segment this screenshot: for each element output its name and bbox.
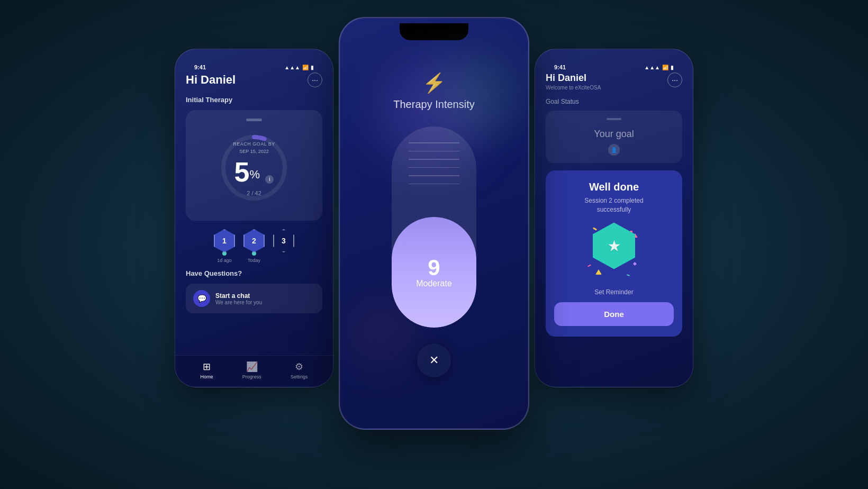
chat-text-container: Start a chat We are here for you	[215, 292, 262, 305]
center-content: ⚡ Therapy Intensity 9 Moderate	[340, 40, 528, 430]
right-status-bar: 9:41 ▲▲▲ 📶 ▮	[546, 60, 682, 73]
slider-line-6	[409, 184, 459, 185]
right-greeting: Hi Daniel	[546, 73, 601, 84]
well-done-card: Well done Session 2 completedsuccessfull…	[546, 170, 682, 337]
chat-sub-text: We are here for you	[215, 300, 262, 305]
battery-icon: ▮	[311, 65, 314, 70]
nav-home[interactable]: ⊞ Home	[201, 361, 213, 379]
confetti-6	[627, 274, 630, 276]
achievement-wrapper: ★ ★	[582, 223, 646, 281]
nav-progress-label: Progress	[242, 374, 261, 379]
confetti-triangle-1	[595, 269, 602, 275]
slider-line-3	[409, 159, 459, 160]
notch-area	[340, 18, 528, 40]
slider-line-2	[409, 151, 459, 152]
left-status-icons: ▲▲▲ 📶 ▮	[284, 65, 314, 70]
wifi-icon: 📶	[302, 65, 309, 70]
center-phone: ⚡ Therapy Intensity 9 Moderate	[339, 17, 529, 430]
left-header: Hi Daniel ···	[186, 73, 322, 87]
session-num-1: 1	[222, 237, 227, 245]
well-done-subtitle: Session 2 completedsuccessfully	[554, 196, 674, 214]
close-button[interactable]: ✕	[417, 343, 451, 377]
session-hex-1[interactable]: 1	[214, 229, 235, 252]
settings-icon: ⚙	[295, 361, 303, 373]
set-reminder-text: Set Reminder	[554, 288, 674, 296]
close-icon: ✕	[429, 354, 439, 367]
goal-avatar-icon: 👤	[611, 147, 617, 153]
bolt-icon: ⚡	[422, 72, 446, 94]
slider-lines	[392, 137, 476, 184]
therapy-intensity-title: Therapy Intensity	[393, 98, 474, 111]
right-signal-icon: ▲▲▲	[644, 65, 660, 70]
signal-icon: ▲▲▲	[284, 65, 300, 70]
left-phone: 9:41 ▲▲▲ 📶 ▮ Hi Daniel ··· Initial Thera…	[175, 49, 333, 387]
goal-status-title: Goal Status	[546, 98, 682, 105]
progress-pill	[246, 119, 262, 121]
left-menu-icon[interactable]: ···	[308, 73, 322, 87]
nav-settings[interactable]: ⚙ Settings	[291, 361, 308, 379]
right-header: Hi Daniel Welcome to eXciteOSA ···	[546, 73, 682, 90]
right-wifi-icon: 📶	[662, 65, 668, 70]
chat-icon: 💬	[197, 294, 206, 303]
nav-progress[interactable]: 📈 Progress	[242, 361, 261, 379]
left-greeting: Hi Daniel	[186, 73, 236, 87]
slider-line-5	[409, 175, 459, 176]
phone-notch	[400, 23, 468, 40]
session-num-3: 3	[282, 237, 286, 245]
right-battery-icon: ▮	[671, 65, 674, 70]
progress-icon: 📈	[246, 361, 258, 373]
right-time: 9:41	[554, 64, 566, 70]
star-icon: ★	[607, 237, 621, 255]
phones-container: 9:41 ▲▲▲ 📶 ▮ Hi Daniel ··· Initial Thera…	[175, 17, 693, 472]
slider-label: Moderate	[416, 279, 452, 288]
session-label-1: 1d ago	[217, 258, 232, 263]
goal-avatar: 👤	[608, 144, 620, 156]
section-title: Initial Therapy	[186, 96, 322, 104]
session-item-1: 1 1d ago	[214, 229, 235, 263]
chat-card[interactable]: 💬 Start a chat We are here for you	[186, 284, 322, 313]
session-num-2: 2	[252, 237, 256, 245]
slider-value: 9	[428, 257, 440, 279]
therapy-card: REACH GOAL BY SEP 15, 2022 5% i 2 / 42	[186, 110, 322, 221]
right-progress-pill	[607, 118, 621, 120]
slider-container[interactable]: 9 Moderate	[392, 126, 476, 328]
circular-progress-svg	[217, 131, 291, 205]
nav-settings-label: Settings	[291, 374, 308, 379]
svg-point-0	[223, 137, 285, 198]
chat-icon-circle: 💬	[193, 290, 210, 307]
right-menu-icon[interactable]: ···	[667, 73, 682, 87]
sessions-row: 1 1d ago 2 Today 3	[186, 229, 322, 263]
goal-card: Your goal 👤	[546, 111, 682, 163]
session-hex-3[interactable]: 3	[273, 229, 294, 252]
right-status-icons: ▲▲▲ 📶 ▮	[644, 65, 674, 70]
well-done-title: Well done	[554, 181, 674, 193]
questions-section: Have Questions? 💬 Start a chat We are he…	[186, 269, 322, 313]
confetti-4	[633, 262, 637, 266]
confetti-1	[593, 227, 597, 231]
home-icon: ⊞	[203, 361, 211, 373]
session-item-2: 2 Today	[243, 229, 265, 263]
right-phone: 9:41 ▲▲▲ 📶 ▮ Hi Daniel Welcome to eXcite…	[535, 49, 693, 387]
session-label-2: Today	[248, 258, 260, 263]
confetti-5	[587, 264, 591, 267]
questions-title: Have Questions?	[186, 269, 322, 277]
chat-main-text: Start a chat	[215, 292, 262, 300]
session-item-3: 3	[273, 229, 294, 255]
hex-badge: ★ ★	[593, 223, 635, 269]
bottom-nav: ⊞ Home 📈 Progress ⚙ Settings	[175, 355, 333, 387]
left-status-bar: 9:41 ▲▲▲ 📶 ▮	[186, 60, 322, 73]
slider-fill: 9 Moderate	[392, 217, 476, 328]
your-goal-text: Your goal	[553, 129, 675, 140]
session-hex-2[interactable]: 2	[243, 229, 265, 252]
left-time: 9:41	[194, 64, 206, 70]
right-title-block: Hi Daniel Welcome to eXciteOSA	[546, 73, 601, 90]
slider-line-1	[409, 142, 459, 143]
slider-line-4	[409, 167, 459, 168]
done-button[interactable]: Done	[554, 302, 674, 326]
nav-home-label: Home	[201, 374, 213, 379]
goal-card-inner: Your goal 👤	[553, 118, 675, 156]
right-subtitle: Welcome to eXciteOSA	[546, 85, 601, 90]
